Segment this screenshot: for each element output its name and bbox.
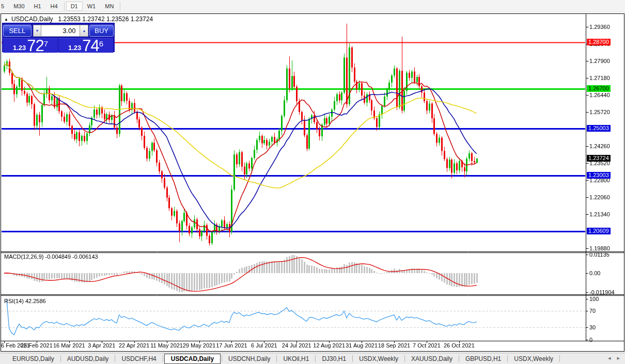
timeframe-button-M30[interactable]: M30	[9, 2, 29, 11]
sell-price-display[interactable]: 1.23 72 7	[3, 38, 58, 53]
price-axis-label: 1.19880	[589, 245, 610, 251]
chart-tab-AUDUSD,Daily[interactable]: AUDUSD,Daily	[62, 354, 114, 363]
date-axis-label: 3 Apr 2021	[88, 342, 115, 349]
tab-separator	[163, 355, 163, 362]
rsi-scale-label: 0	[589, 337, 592, 343]
sell-button[interactable]: SELL	[3, 25, 32, 37]
tab-scroll-left-icon[interactable]: ◂	[608, 355, 611, 361]
date-axis-label: 6 Jul 2021	[251, 342, 277, 349]
sell-price-big: 72	[27, 39, 43, 53]
current-price-badge: 1.23724	[587, 155, 611, 162]
sell-price-sup: 7	[44, 41, 48, 46]
macd-scale-label: 0.01135	[589, 251, 610, 258]
date-axis-label: 11 May 2021	[150, 342, 183, 349]
tab-separator	[276, 355, 277, 362]
timeframe-button-H4[interactable]: H4	[46, 2, 62, 11]
tab-scroll-arrows: ◂▸	[602, 355, 620, 361]
price-axis-label: 1.27900	[589, 58, 610, 64]
one-click-trading-panel: SELL ▼ ▲ BUY 1.23 72 7 1.23 74 6	[2, 23, 115, 52]
date-axis-label: 18 Sep 2021	[378, 342, 410, 349]
macd-indicator-label: MACD(12,26,9) -0.004849 -0.006143	[4, 254, 98, 260]
chart-tab-UKOil,H1[interactable]: UKOil,H1	[278, 354, 314, 363]
tab-separator	[559, 355, 560, 362]
price-level-badge: 1.20609	[587, 228, 611, 234]
buy-button[interactable]: BUY	[89, 25, 114, 37]
spin-up-icon: ▲	[82, 29, 86, 33]
sell-price-prefix: 1.23	[13, 44, 26, 52]
price-axis-label: 1.26440	[589, 92, 610, 98]
buy-price-sup: 6	[99, 41, 103, 46]
buy-price-display[interactable]: 1.23 74 6	[58, 38, 113, 53]
volume-input[interactable]	[41, 25, 80, 37]
chart-tab-USDX,Weekly[interactable]: USDX,Weekly	[354, 354, 403, 363]
date-axis-label: 31 Aug 2021	[346, 342, 378, 349]
price-level-badge: 1.23003	[587, 172, 611, 179]
timeframe-button-5[interactable]: 5	[0, 2, 9, 11]
chart-tab-USDCAD,Daily[interactable]: USDCAD,Daily	[164, 354, 221, 364]
tab-separator	[459, 355, 459, 362]
tab-scroll-right-icon[interactable]: ▸	[617, 355, 620, 361]
chart-tab-USDX,Weekly[interactable]: USDX,Weekly	[509, 354, 558, 363]
chart-tab-USDCNH,Daily[interactable]: USDCNH,Daily	[223, 354, 275, 363]
date-axis-label: 29 May 2021	[183, 342, 216, 349]
buy-price-prefix: 1.23	[68, 44, 81, 52]
toolbar-separator	[64, 2, 65, 11]
price-axis-label: 1.27180	[589, 75, 610, 81]
timeframe-button-H1[interactable]: H1	[29, 2, 46, 11]
tab-separator	[60, 355, 61, 362]
timeframe-button-D1[interactable]: D1	[66, 2, 83, 11]
tab-separator	[507, 355, 508, 362]
rsi-scale-label: 70	[589, 308, 596, 314]
date-axis-label: 7 Oct 2021	[413, 342, 441, 349]
spin-down-icon: ▼	[36, 29, 39, 33]
chart-ohlc-values: 1.23553 1.23742 1.23526 1.23724	[58, 15, 153, 23]
price-axis-label: 1.25720	[589, 109, 610, 115]
price-level-badge: 1.26700	[587, 85, 611, 92]
price-axis-label: 1.21340	[589, 211, 610, 217]
date-axis-label: 26 Oct 2021	[444, 342, 475, 349]
chart-tab-EURUSD,Daily[interactable]: EURUSD,Daily	[7, 354, 59, 363]
timeframe-toolbar: 5M30H1H4D1W1MN	[0, 0, 625, 12]
rsi-scale-label: 100	[589, 296, 599, 302]
chart-tab-XAUUSD,Daily[interactable]: XAUUSD,Daily	[406, 354, 458, 363]
chart-symbol-period: USDCAD,Daily	[11, 15, 53, 23]
date-axis-label: 24 Jul 2021	[282, 342, 311, 349]
tab-separator	[315, 355, 316, 362]
chart-tab-GBPUSD,H1[interactable]: GBPUSD,H1	[460, 354, 506, 363]
buy-price-big: 74	[82, 39, 99, 53]
chart-tab-DJ30,H1[interactable]: DJ30,H1	[317, 354, 351, 363]
date-axis-label: 17 Jun 2021	[216, 342, 247, 349]
macd-scale-label: -0.011904	[589, 289, 615, 295]
tab-separator	[115, 355, 115, 362]
date-axis-label: 16 Mar 2021	[53, 342, 85, 349]
price-axis-label: 1.22060	[589, 194, 610, 200]
price-level-badge: 1.28700	[587, 39, 611, 45]
date-axis-label: 12 Aug 2021	[313, 342, 345, 349]
tab-separator	[222, 355, 222, 362]
price-axis-label: 1.29360	[589, 24, 610, 30]
collapse-triangle-icon: ▲	[4, 17, 8, 22]
rsi-scale-label: 30	[589, 324, 596, 330]
volume-increase-button[interactable]: ▲	[80, 25, 88, 37]
rsi-indicator-label: RSI(14) 42.2586	[4, 298, 46, 304]
tab-separator	[404, 355, 405, 362]
date-axis-label: 22 Apr 2021	[119, 342, 149, 349]
trading-terminal-window: 5M30H1H4D1W1MN ▲USDCAD,Daily1.23553 1.23…	[0, 0, 625, 364]
date-axis-label: 25 Feb 2021	[21, 342, 53, 349]
chart-tab-USDCHF,H4[interactable]: USDCHF,H4	[116, 354, 161, 363]
macd-scale-label: 0.00	[589, 270, 600, 276]
toolbar-separator	[120, 2, 120, 11]
tab-separator	[352, 355, 353, 362]
price-level-badge: 1.25003	[587, 125, 611, 132]
price-axis-label: 1.24260	[589, 143, 610, 149]
timeframe-button-MN[interactable]: MN	[100, 2, 118, 11]
volume-decrease-button[interactable]: ▼	[33, 25, 42, 37]
chart-title: ▲USDCAD,Daily1.23553 1.23742 1.23526 1.2…	[4, 15, 153, 23]
timeframe-button-W1[interactable]: W1	[83, 2, 101, 11]
chart-tab-bar: EURUSD,DailyAUDUSD,DailyUSDCHF,H4USDCAD,…	[0, 353, 625, 364]
